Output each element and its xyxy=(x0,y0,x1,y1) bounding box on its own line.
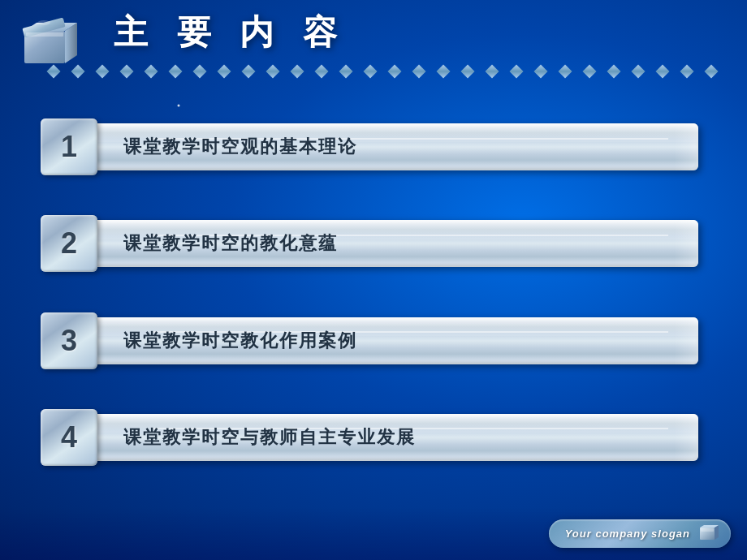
bar-text-3: 课堂教学时空教化作用案例 xyxy=(123,329,357,353)
bar-right-cap-2 xyxy=(674,220,698,267)
diamond-6 xyxy=(169,65,183,79)
diamond-8 xyxy=(218,65,231,79)
diamond-25 xyxy=(632,65,646,79)
diamond-16 xyxy=(412,65,426,79)
bar-text-1: 课堂教学时空观的基本理论 xyxy=(123,135,357,159)
menu-item-1[interactable]: 1 课堂教学时空观的基本理论 xyxy=(41,114,698,179)
bar-text-4: 课堂教学时空与教师自主专业发展 xyxy=(123,425,416,450)
slogan-icon xyxy=(696,519,724,548)
content-area: 1 课堂教学时空观的基本理论 2 课堂教学时空的教化意蕴 3 课堂教学时空教化作… xyxy=(41,89,698,495)
bar-4: 课堂教学时空与教师自主专业发展 xyxy=(91,414,698,461)
diamond-20 xyxy=(510,65,524,79)
diamond-4 xyxy=(120,65,134,79)
page-title: 主 要 内 容 xyxy=(114,10,347,55)
diamond-3 xyxy=(96,65,110,79)
diamonds-row xyxy=(0,67,747,76)
bar-text-2: 课堂教学时空的教化意蕴 xyxy=(123,231,338,256)
menu-item-3[interactable]: 3 课堂教学时空教化作用案例 xyxy=(41,308,698,373)
diamond-14 xyxy=(364,65,378,79)
number-box-4: 4 xyxy=(41,409,97,466)
number-box-3: 3 xyxy=(41,312,97,369)
bar-2: 课堂教学时空的教化意蕴 xyxy=(91,220,698,267)
diamond-18 xyxy=(461,65,475,79)
menu-item-2[interactable]: 2 课堂教学时空的教化意蕴 xyxy=(41,211,698,276)
diamond-2 xyxy=(71,65,85,79)
number-box-2: 2 xyxy=(41,215,97,272)
number-4: 4 xyxy=(61,420,77,454)
diamond-27 xyxy=(680,65,694,79)
header-icon xyxy=(16,6,89,71)
footer: Your company slogan xyxy=(0,507,747,560)
diamond-11 xyxy=(291,65,304,79)
diamond-1 xyxy=(47,65,61,79)
diamond-22 xyxy=(559,65,572,79)
svg-rect-61 xyxy=(701,528,714,532)
svg-marker-59 xyxy=(715,525,719,540)
diamond-23 xyxy=(583,65,597,79)
number-1: 1 xyxy=(61,130,77,164)
svg-point-57 xyxy=(37,20,50,25)
bar-1: 课堂教学时空观的基本理论 xyxy=(91,123,698,170)
diamond-7 xyxy=(193,65,207,79)
diamond-19 xyxy=(486,65,499,79)
diamond-12 xyxy=(315,65,329,79)
diamond-15 xyxy=(388,65,402,79)
diamond-21 xyxy=(534,65,548,79)
number-3: 3 xyxy=(61,324,77,358)
slogan-badge: Your company slogan xyxy=(549,519,731,548)
svg-rect-56 xyxy=(26,32,63,37)
diamond-28 xyxy=(705,65,719,79)
diamond-13 xyxy=(339,65,353,79)
diamond-10 xyxy=(266,65,280,79)
slogan-text: Your company slogan xyxy=(565,528,690,540)
number-2: 2 xyxy=(61,226,77,261)
bar-right-cap-1 xyxy=(674,123,698,170)
number-box-1: 1 xyxy=(41,118,97,175)
diamond-24 xyxy=(607,65,621,79)
bar-3: 课堂教学时空教化作用案例 xyxy=(91,317,698,364)
diamond-17 xyxy=(437,65,451,79)
menu-item-4[interactable]: 4 课堂教学时空与教师自主专业发展 xyxy=(41,405,698,470)
bar-right-cap-3 xyxy=(674,317,698,364)
diamond-5 xyxy=(145,65,158,79)
header: 主 要 内 容 xyxy=(0,0,747,65)
bar-right-cap-4 xyxy=(674,414,698,461)
diamond-26 xyxy=(656,65,670,79)
diamond-9 xyxy=(242,65,256,79)
